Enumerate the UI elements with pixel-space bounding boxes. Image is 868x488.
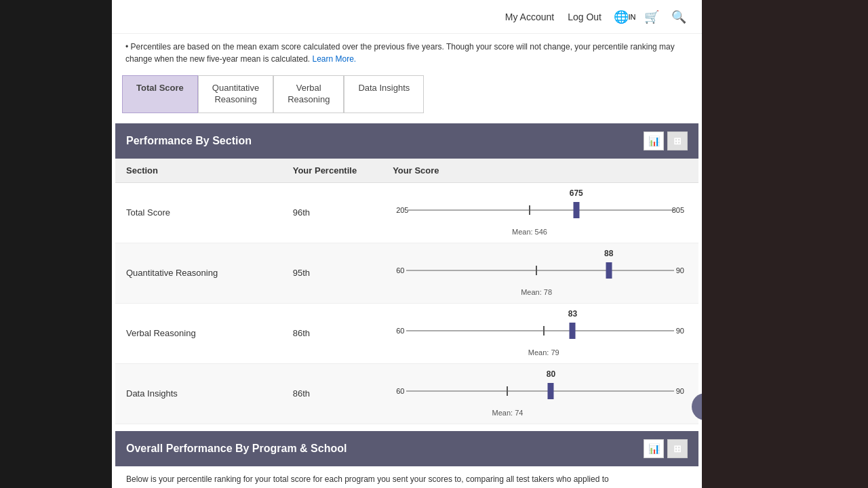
overall-section-header: Overall Performance By Program & School … [115,431,698,466]
percentile-value: 86th [282,363,382,424]
percentile-value: 95th [282,243,382,303]
search-icon[interactable]: 🔍 [669,7,688,26]
overall-table-view-btn[interactable]: ⊞ [667,439,688,458]
overall-description: Below is your percentile ranking for you… [115,466,698,488]
overall-bar-chart-view-btn[interactable]: 📊 [644,439,664,458]
tab-data-insights[interactable]: Data Insights [344,75,424,113]
percentile-value: 86th [282,303,382,363]
col-section: Section [115,159,282,183]
performance-title: Performance By Section [126,135,252,147]
performance-table: Section Your Percentile Your Score Total… [115,159,698,424]
col-percentile: Your Percentile [282,159,382,183]
section-name: Data Insights [115,363,282,424]
my-account-link[interactable]: My Account [505,12,554,22]
top-nav: My Account Log Out 🌐 IN 🛒 🔍 [112,0,702,34]
section-name: Total Score [115,182,282,243]
table-row: Total Score96th 675 205 805 Mean: 546 [115,182,698,243]
cart-icon[interactable]: 🛒 [642,7,661,26]
info-section: • Percentiles are based on the mean exam… [112,34,702,72]
tabs-container: Total Score QuantitativeReasoning Verbal… [112,75,702,113]
section-name: Quantitative Reasoning [115,243,282,303]
table-row: Quantitative Reasoning95th 88 60 90 Mean… [115,243,698,303]
learn-more-link[interactable]: Learn More. [313,54,357,64]
tab-verbal-reasoning[interactable]: VerbalReasoning [273,75,344,113]
overall-title: Overall Performance By Program & School [126,443,347,455]
table-view-btn[interactable]: ⊞ [667,131,688,150]
table-row: Data Insights86th 80 60 90 Mean: 74 [115,363,698,424]
globe-icon[interactable]: 🌐 IN [615,7,634,26]
bar-chart-view-btn[interactable]: 📊 [644,131,664,150]
score-cell: 675 205 805 Mean: 546 [382,182,698,243]
percentile-value: 96th [282,182,382,243]
score-cell: 83 60 90 Mean: 79 [382,303,698,363]
info-text: Percentiles are based on the mean exam s… [125,42,675,64]
score-cell: 80 60 90 Mean: 74 [382,363,698,424]
col-score: Your Score [382,159,698,183]
section-name: Verbal Reasoning [115,303,282,363]
log-out-link[interactable]: Log Out [568,12,601,22]
tab-quantitative-reasoning[interactable]: QuantitativeReasoning [198,75,273,113]
tab-total-score[interactable]: Total Score [122,75,198,113]
performance-section-header: Performance By Section 📊 ⊞ [115,123,698,159]
score-cell: 88 60 90 Mean: 78 [382,243,698,303]
table-row: Verbal Reasoning86th 83 60 90 Mean: 79 [115,303,698,363]
